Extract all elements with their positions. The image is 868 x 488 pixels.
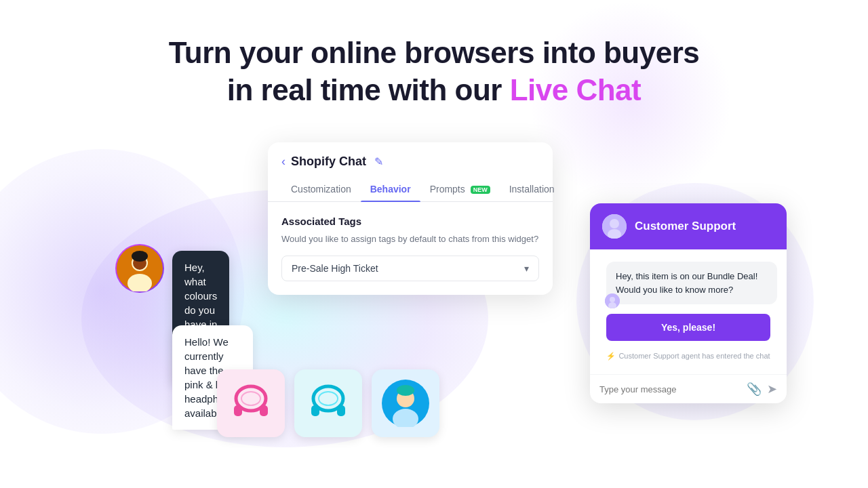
cs-input-area: 📎 ➤ [590,374,787,403]
tab-prompts[interactable]: Prompts NEW [420,177,500,201]
svg-point-16 [397,385,414,396]
hero-line2-prefix: in real time with our [227,73,510,106]
cs-message-line1: Hey, this item is on our Bundle Deal! [616,270,768,283]
hero-section: Turn your online browsers into buyers in… [0,34,868,108]
svg-rect-7 [260,405,268,416]
cs-message-avatar [605,293,620,308]
shopify-panel: ‹ Shopify Chat ✎ Customization Behavior … [268,142,553,295]
back-arrow-icon[interactable]: ‹ [281,155,285,169]
svg-point-18 [610,219,619,228]
tab-customization[interactable]: Customization [281,177,361,201]
cs-panel-title: Customer Support [635,220,736,233]
hero-highlight: Live Chat [510,73,642,106]
cs-message-input[interactable] [599,384,741,394]
svg-point-21 [610,297,615,302]
svg-point-4 [132,251,148,262]
tab-behavior[interactable]: Behavior [361,177,420,201]
cs-msg-avatar-svg [605,293,620,308]
cs-message-line2: Would you like to know more? [616,283,768,297]
hero-line1: Turn your online browsers into buyers [169,36,700,69]
cs-avatar-svg [602,214,627,239]
svg-rect-10 [311,405,319,416]
teal-headphones-svg [304,380,352,427]
cs-panel-body: Hey, this item is on our Bundle Deal! Wo… [590,249,787,374]
hero-title: Turn your online browsers into buyers in… [0,34,868,108]
status-dot-icon: ⚡ [606,352,616,360]
product-person [372,369,439,437]
svg-point-12 [319,392,338,405]
associated-tags-desc: Would you like to assign tags by default… [281,232,539,246]
associated-tags-label: Associated Tags [281,216,539,227]
cs-panel: Customer Support Hey, this item is on ou… [590,203,787,403]
new-badge: NEW [471,186,490,194]
dropdown-value: Pre-Sale High Ticket [292,263,378,274]
cs-message-bubble: Hey, this item is on our Bundle Deal! Wo… [606,262,777,304]
user-avatar [115,244,164,293]
product-row [217,369,439,437]
cs-avatar [602,214,627,239]
product-teal-headphones [294,369,362,437]
svg-rect-6 [234,405,242,416]
pink-headphones-svg [227,380,275,427]
svg-rect-11 [337,405,345,416]
shopify-panel-header: ‹ Shopify Chat ✎ [268,142,553,177]
tab-installation[interactable]: Installation [500,177,564,201]
product-pink-headphones [217,369,285,437]
attach-icon[interactable]: 📎 [747,382,762,396]
yes-please-button[interactable]: Yes, please! [606,314,770,341]
cs-status-label: Customer Support agent has entered the c… [618,352,770,360]
shopify-tabs: Customization Behavior Prompts NEW Insta… [268,177,553,202]
svg-point-8 [241,392,260,405]
tags-dropdown[interactable]: Pre-Sale High Ticket ▾ [281,256,539,281]
chevron-down-icon: ▾ [524,263,529,274]
shopify-body: Associated Tags Would you like to assign… [268,202,553,295]
cs-panel-header: Customer Support [590,203,787,249]
edit-icon[interactable]: ✎ [374,155,383,168]
cs-status-text: ⚡Customer Support agent has entered the … [599,349,777,367]
send-icon[interactable]: ➤ [767,382,777,396]
shopify-panel-title: Shopify Chat [291,155,366,169]
user-avatar-svg [117,245,163,291]
person-svg [382,380,429,427]
